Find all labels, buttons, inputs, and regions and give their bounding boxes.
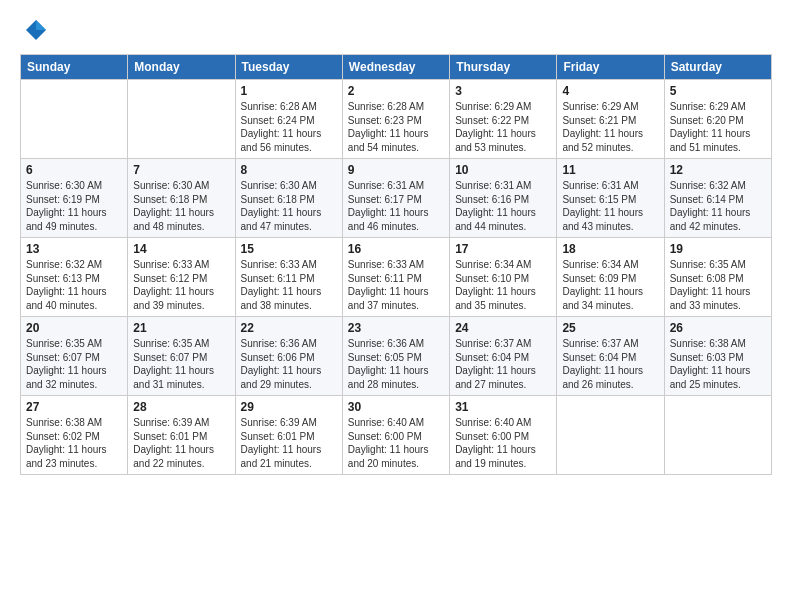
calendar-cell: [664, 396, 771, 475]
calendar-cell: [557, 396, 664, 475]
day-info: Sunrise: 6:38 AM Sunset: 6:03 PM Dayligh…: [670, 337, 766, 391]
header: [20, 16, 772, 44]
day-number: 26: [670, 321, 766, 335]
day-number: 29: [241, 400, 337, 414]
day-number: 18: [562, 242, 658, 256]
calendar-cell: 8Sunrise: 6:30 AM Sunset: 6:18 PM Daylig…: [235, 159, 342, 238]
calendar-cell: 21Sunrise: 6:35 AM Sunset: 6:07 PM Dayli…: [128, 317, 235, 396]
day-info: Sunrise: 6:29 AM Sunset: 6:21 PM Dayligh…: [562, 100, 658, 154]
day-number: 17: [455, 242, 551, 256]
calendar-cell: 22Sunrise: 6:36 AM Sunset: 6:06 PM Dayli…: [235, 317, 342, 396]
calendar-cell: 29Sunrise: 6:39 AM Sunset: 6:01 PM Dayli…: [235, 396, 342, 475]
day-info: Sunrise: 6:28 AM Sunset: 6:23 PM Dayligh…: [348, 100, 444, 154]
logo: [20, 16, 52, 44]
day-number: 24: [455, 321, 551, 335]
day-info: Sunrise: 6:35 AM Sunset: 6:08 PM Dayligh…: [670, 258, 766, 312]
calendar: SundayMondayTuesdayWednesdayThursdayFrid…: [20, 54, 772, 475]
calendar-cell: [128, 80, 235, 159]
day-info: Sunrise: 6:30 AM Sunset: 6:19 PM Dayligh…: [26, 179, 122, 233]
day-number: 16: [348, 242, 444, 256]
calendar-cell: 14Sunrise: 6:33 AM Sunset: 6:12 PM Dayli…: [128, 238, 235, 317]
day-info: Sunrise: 6:30 AM Sunset: 6:18 PM Dayligh…: [133, 179, 229, 233]
calendar-cell: 7Sunrise: 6:30 AM Sunset: 6:18 PM Daylig…: [128, 159, 235, 238]
day-number: 9: [348, 163, 444, 177]
calendar-cell: 18Sunrise: 6:34 AM Sunset: 6:09 PM Dayli…: [557, 238, 664, 317]
col-header-sunday: Sunday: [21, 55, 128, 80]
calendar-cell: 23Sunrise: 6:36 AM Sunset: 6:05 PM Dayli…: [342, 317, 449, 396]
day-number: 12: [670, 163, 766, 177]
day-number: 8: [241, 163, 337, 177]
day-number: 5: [670, 84, 766, 98]
calendar-cell: 10Sunrise: 6:31 AM Sunset: 6:16 PM Dayli…: [450, 159, 557, 238]
day-info: Sunrise: 6:40 AM Sunset: 6:00 PM Dayligh…: [348, 416, 444, 470]
calendar-cell: 12Sunrise: 6:32 AM Sunset: 6:14 PM Dayli…: [664, 159, 771, 238]
day-number: 23: [348, 321, 444, 335]
day-number: 13: [26, 242, 122, 256]
page: SundayMondayTuesdayWednesdayThursdayFrid…: [0, 0, 792, 612]
calendar-cell: 1Sunrise: 6:28 AM Sunset: 6:24 PM Daylig…: [235, 80, 342, 159]
col-header-wednesday: Wednesday: [342, 55, 449, 80]
calendar-cell: 11Sunrise: 6:31 AM Sunset: 6:15 PM Dayli…: [557, 159, 664, 238]
calendar-cell: 3Sunrise: 6:29 AM Sunset: 6:22 PM Daylig…: [450, 80, 557, 159]
day-info: Sunrise: 6:32 AM Sunset: 6:14 PM Dayligh…: [670, 179, 766, 233]
day-info: Sunrise: 6:35 AM Sunset: 6:07 PM Dayligh…: [26, 337, 122, 391]
col-header-saturday: Saturday: [664, 55, 771, 80]
calendar-cell: 17Sunrise: 6:34 AM Sunset: 6:10 PM Dayli…: [450, 238, 557, 317]
day-info: Sunrise: 6:39 AM Sunset: 6:01 PM Dayligh…: [241, 416, 337, 470]
calendar-cell: 27Sunrise: 6:38 AM Sunset: 6:02 PM Dayli…: [21, 396, 128, 475]
svg-marker-1: [36, 20, 46, 30]
day-number: 11: [562, 163, 658, 177]
day-info: Sunrise: 6:31 AM Sunset: 6:15 PM Dayligh…: [562, 179, 658, 233]
calendar-cell: 2Sunrise: 6:28 AM Sunset: 6:23 PM Daylig…: [342, 80, 449, 159]
day-info: Sunrise: 6:37 AM Sunset: 6:04 PM Dayligh…: [455, 337, 551, 391]
day-number: 31: [455, 400, 551, 414]
day-number: 19: [670, 242, 766, 256]
calendar-cell: 4Sunrise: 6:29 AM Sunset: 6:21 PM Daylig…: [557, 80, 664, 159]
day-number: 30: [348, 400, 444, 414]
calendar-cell: 28Sunrise: 6:39 AM Sunset: 6:01 PM Dayli…: [128, 396, 235, 475]
col-header-friday: Friday: [557, 55, 664, 80]
day-info: Sunrise: 6:36 AM Sunset: 6:06 PM Dayligh…: [241, 337, 337, 391]
logo-icon: [20, 16, 48, 44]
day-info: Sunrise: 6:28 AM Sunset: 6:24 PM Dayligh…: [241, 100, 337, 154]
col-header-thursday: Thursday: [450, 55, 557, 80]
day-info: Sunrise: 6:29 AM Sunset: 6:22 PM Dayligh…: [455, 100, 551, 154]
calendar-cell: 30Sunrise: 6:40 AM Sunset: 6:00 PM Dayli…: [342, 396, 449, 475]
day-info: Sunrise: 6:33 AM Sunset: 6:11 PM Dayligh…: [348, 258, 444, 312]
day-info: Sunrise: 6:31 AM Sunset: 6:17 PM Dayligh…: [348, 179, 444, 233]
col-header-monday: Monday: [128, 55, 235, 80]
day-info: Sunrise: 6:36 AM Sunset: 6:05 PM Dayligh…: [348, 337, 444, 391]
day-info: Sunrise: 6:29 AM Sunset: 6:20 PM Dayligh…: [670, 100, 766, 154]
day-info: Sunrise: 6:32 AM Sunset: 6:13 PM Dayligh…: [26, 258, 122, 312]
calendar-cell: [21, 80, 128, 159]
day-number: 27: [26, 400, 122, 414]
day-info: Sunrise: 6:37 AM Sunset: 6:04 PM Dayligh…: [562, 337, 658, 391]
day-info: Sunrise: 6:35 AM Sunset: 6:07 PM Dayligh…: [133, 337, 229, 391]
calendar-cell: 31Sunrise: 6:40 AM Sunset: 6:00 PM Dayli…: [450, 396, 557, 475]
calendar-cell: 6Sunrise: 6:30 AM Sunset: 6:19 PM Daylig…: [21, 159, 128, 238]
day-number: 7: [133, 163, 229, 177]
day-number: 6: [26, 163, 122, 177]
col-header-tuesday: Tuesday: [235, 55, 342, 80]
calendar-cell: 20Sunrise: 6:35 AM Sunset: 6:07 PM Dayli…: [21, 317, 128, 396]
day-info: Sunrise: 6:38 AM Sunset: 6:02 PM Dayligh…: [26, 416, 122, 470]
day-info: Sunrise: 6:31 AM Sunset: 6:16 PM Dayligh…: [455, 179, 551, 233]
day-number: 14: [133, 242, 229, 256]
day-info: Sunrise: 6:33 AM Sunset: 6:12 PM Dayligh…: [133, 258, 229, 312]
calendar-cell: 16Sunrise: 6:33 AM Sunset: 6:11 PM Dayli…: [342, 238, 449, 317]
calendar-cell: 15Sunrise: 6:33 AM Sunset: 6:11 PM Dayli…: [235, 238, 342, 317]
calendar-cell: 19Sunrise: 6:35 AM Sunset: 6:08 PM Dayli…: [664, 238, 771, 317]
day-number: 15: [241, 242, 337, 256]
day-info: Sunrise: 6:34 AM Sunset: 6:09 PM Dayligh…: [562, 258, 658, 312]
day-number: 21: [133, 321, 229, 335]
day-number: 22: [241, 321, 337, 335]
day-number: 1: [241, 84, 337, 98]
day-info: Sunrise: 6:39 AM Sunset: 6:01 PM Dayligh…: [133, 416, 229, 470]
calendar-cell: 13Sunrise: 6:32 AM Sunset: 6:13 PM Dayli…: [21, 238, 128, 317]
day-info: Sunrise: 6:40 AM Sunset: 6:00 PM Dayligh…: [455, 416, 551, 470]
day-number: 28: [133, 400, 229, 414]
calendar-cell: 26Sunrise: 6:38 AM Sunset: 6:03 PM Dayli…: [664, 317, 771, 396]
calendar-cell: 9Sunrise: 6:31 AM Sunset: 6:17 PM Daylig…: [342, 159, 449, 238]
calendar-cell: 5Sunrise: 6:29 AM Sunset: 6:20 PM Daylig…: [664, 80, 771, 159]
day-info: Sunrise: 6:33 AM Sunset: 6:11 PM Dayligh…: [241, 258, 337, 312]
